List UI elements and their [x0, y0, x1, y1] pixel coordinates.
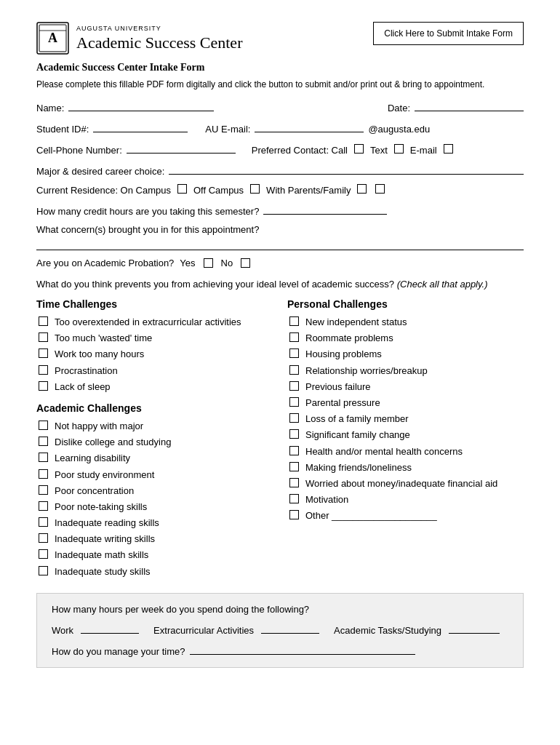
manage-input[interactable] [190, 643, 415, 655]
off-campus-checkbox[interactable] [250, 184, 260, 194]
title-block: AUGUSTA UNIVERSITY Academic Success Cent… [76, 25, 242, 52]
on-campus-checkbox[interactable] [177, 184, 187, 194]
pers-item-10-checkbox[interactable] [289, 478, 299, 487]
acad-item-7-checkbox[interactable] [39, 533, 48, 543]
form-title: Academic Success Center Intake Form [36, 62, 524, 73]
academic-challenges-list: Not happy with major Dislike college and… [36, 420, 273, 578]
acad-item-8: Inadequate math skills [55, 549, 148, 562]
date-label: Date: [388, 103, 410, 113]
pers-item-4-checkbox[interactable] [289, 381, 299, 391]
time-item-3-checkbox[interactable] [39, 365, 48, 375]
pers-item-3: Relationship worries/breakup [305, 364, 428, 378]
pers-item-11-checkbox[interactable] [289, 494, 299, 503]
name-label: Name: [36, 103, 64, 113]
credit-row: How many credit hours are you taking thi… [36, 203, 524, 217]
residence-row: Current Residence: On Campus Off Campus … [36, 184, 524, 196]
list-item: Work too many hours [36, 348, 273, 361]
email-label: E-mail [410, 145, 437, 156]
acad-item-1-checkbox[interactable] [39, 437, 48, 446]
pers-item-4: Previous failure [305, 381, 371, 394]
acad-item-9: Inadequate study skills [55, 565, 151, 578]
time-challenges-list: Too overextended in extracurricular acti… [36, 316, 273, 394]
name-date-row: Name: Date: [36, 100, 524, 113]
pers-item-2-checkbox[interactable] [289, 348, 299, 358]
yes-label: Yes [180, 258, 195, 268]
pers-item-1-checkbox[interactable] [289, 332, 299, 342]
time-item-1: Too much 'wasted' time [55, 332, 152, 345]
student-id-input[interactable] [93, 121, 188, 132]
extracurricular-input[interactable] [261, 622, 319, 634]
extracurricular-label: Extracurricular Activities [153, 625, 254, 636]
pers-item-7-checkbox[interactable] [289, 429, 299, 439]
list-item: Poor note-taking skills [36, 501, 273, 514]
time-item-1-checkbox[interactable] [39, 332, 48, 342]
pers-item-9-checkbox[interactable] [289, 462, 299, 471]
time-item-0: Too overextended in extracurricular acti… [55, 316, 241, 329]
pers-item-5-checkbox[interactable] [289, 397, 299, 407]
name-input[interactable] [68, 100, 214, 111]
text-checkbox[interactable] [394, 144, 404, 154]
cell-input[interactable] [127, 142, 236, 154]
acad-item-6-checkbox[interactable] [39, 517, 48, 527]
acad-item-0-checkbox[interactable] [39, 421, 48, 430]
acad-item-5: Poor note-taking skills [55, 501, 147, 514]
list-item: Housing problems [287, 348, 524, 361]
email-input[interactable] [255, 121, 364, 132]
pers-item-0-checkbox[interactable] [289, 316, 299, 326]
time-item-4-checkbox[interactable] [39, 381, 48, 391]
time-item-2: Work too many hours [55, 348, 144, 361]
submit-button[interactable]: Click Here to Submit Intake Form [373, 22, 524, 45]
acad-item-1: Dislike college and studying [55, 436, 171, 449]
text-label: Text [370, 145, 388, 156]
time-item-3: Procrastination [55, 364, 118, 378]
acad-item-0: Not happy with major [55, 420, 143, 433]
pers-item-12: Other ____________________ [305, 509, 437, 522]
acad-item-8-checkbox[interactable] [39, 549, 48, 559]
probation-no-checkbox[interactable] [241, 258, 250, 268]
credit-input[interactable] [263, 203, 387, 215]
acad-item-3-checkbox[interactable] [39, 469, 48, 479]
list-item: Relationship worries/breakup [287, 364, 524, 378]
pers-item-7: Significant family change [305, 429, 410, 442]
date-input[interactable] [415, 100, 524, 111]
pers-item-8-checkbox[interactable] [289, 446, 299, 455]
major-label: Major & desired career choice: [36, 166, 164, 177]
list-item: Inadequate study skills [36, 565, 273, 578]
pers-item-10: Worried about money/inadequate financial… [305, 477, 497, 490]
acad-item-4-checkbox[interactable] [39, 485, 48, 495]
university-name: AUGUSTA UNIVERSITY [76, 25, 242, 32]
acad-item-7: Inadequate writing skills [55, 533, 155, 546]
acad-item-4: Poor concentration [55, 485, 134, 498]
concerns-question: What concern(s) brought you in for this … [36, 224, 524, 236]
list-item: Motivation [287, 493, 524, 506]
instruction-text: Please complete this fillable PDF form d… [36, 79, 524, 89]
time-item-0-checkbox[interactable] [39, 316, 48, 326]
pers-item-6: Loss of a family member [305, 413, 409, 426]
pers-item-8: Health and/or mental health concerns [305, 445, 463, 458]
list-item: Lack of sleep [36, 381, 273, 394]
parents-checkbox2[interactable] [375, 184, 385, 194]
email-checkbox[interactable] [444, 144, 453, 154]
acad-item-5-checkbox[interactable] [39, 501, 48, 511]
academic-challenges-title: Academic Challenges [36, 402, 273, 414]
academic-label: Academic Tasks/Studying [334, 625, 441, 636]
challenges-container: Time Challenges Too overextended in extr… [36, 298, 524, 581]
manage-label: How do you manage your time? [52, 646, 185, 657]
concerns-input[interactable] [36, 239, 524, 250]
prevents-question: What do you think prevents you from achi… [36, 279, 524, 290]
pers-item-3-checkbox[interactable] [289, 365, 299, 375]
pers-item-11: Motivation [305, 493, 348, 506]
list-item: Making friends/loneliness [287, 461, 524, 474]
probation-yes-checkbox[interactable] [204, 258, 213, 268]
time-item-4: Lack of sleep [55, 381, 111, 394]
academic-input[interactable] [449, 622, 500, 634]
pers-item-6-checkbox[interactable] [289, 413, 299, 423]
acad-item-9-checkbox[interactable] [39, 566, 48, 575]
acad-item-2-checkbox[interactable] [39, 453, 48, 462]
time-item-2-checkbox[interactable] [39, 348, 48, 358]
work-input[interactable] [81, 622, 139, 634]
call-checkbox[interactable] [354, 144, 364, 154]
parents-checkbox[interactable] [357, 184, 367, 194]
pers-item-12-checkbox[interactable] [289, 510, 299, 519]
major-input[interactable] [169, 163, 524, 175]
